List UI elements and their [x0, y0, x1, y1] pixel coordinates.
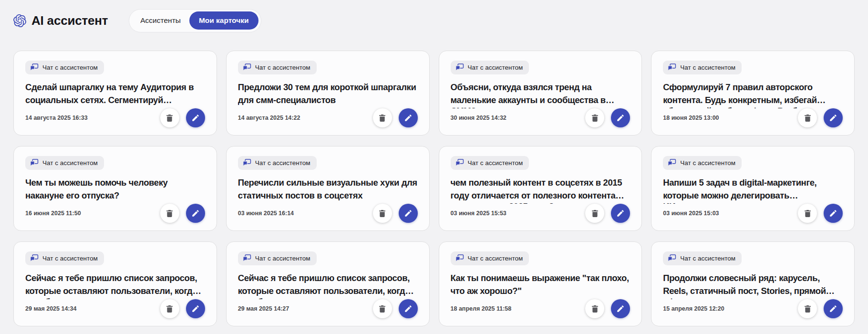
card-title-overflow: ИИ-ассистенту [663, 200, 843, 204]
card-footer: 03 июня 2025 16:14 [238, 204, 418, 223]
card-date: 03 июня 2025 15:03 [663, 210, 719, 217]
assistant-card[interactable]: Чат с ассистентом Сформулируй 7 правил а… [651, 51, 855, 136]
assistant-card[interactable]: Чат с ассистентом Сделай шпаргалку на те… [13, 51, 217, 136]
edit-button[interactable] [824, 299, 843, 318]
card-date: 14 августа 2025 16:33 [25, 115, 88, 121]
card-type-badge: Чат с ассистентом [25, 251, 104, 265]
delete-button[interactable] [585, 299, 604, 318]
delete-button[interactable] [373, 299, 392, 318]
pencil-icon [191, 209, 200, 218]
delete-button[interactable] [585, 204, 604, 223]
assistant-card[interactable]: Чат с ассистентом Объясни, откуда взялся… [439, 51, 642, 136]
delete-button[interactable] [798, 204, 817, 223]
card-title-overflow [25, 200, 205, 204]
trash-icon [165, 304, 174, 313]
card-footer: 15 апреля 2025 12:20 [663, 299, 843, 318]
card-footer: 18 июня 2025 13:00 [663, 108, 843, 127]
card-footer: 14 августа 2025 14:22 [238, 108, 418, 127]
edit-button[interactable] [611, 299, 630, 318]
delete-button[interactable] [798, 299, 817, 318]
card-badge-label: Чат с ассистентом [680, 64, 735, 71]
card-type-badge: Чат с ассистентом [663, 61, 742, 74]
assistant-card[interactable]: Чат с ассистентом Сейчас я тебе пришлю с… [226, 241, 430, 326]
card-title-overflow: от контента в 2025 году? [451, 200, 630, 204]
card-title-wrap: Сформулируй 7 правил авторского контента… [663, 81, 843, 105]
card-title-wrap: Объясни, откуда взялся тренд на маленьки… [451, 81, 630, 105]
card-title-overflow: а выбирают отель [238, 296, 418, 299]
card-title: Перечисли сильные визуальные хуки для ст… [238, 176, 418, 200]
card-badge-label: Чат с ассистентом [680, 159, 735, 167]
assistant-card[interactable]: Чат с ассистентом Предложи 30 тем для ко… [226, 51, 430, 136]
card-date: 15 апреля 2025 12:20 [663, 305, 724, 312]
assistant-card[interactable]: Чат с ассистентом Как ты понимаешь выраж… [439, 241, 642, 326]
delete-button[interactable] [160, 299, 179, 318]
card-title-overflow: а выбирают отель [25, 296, 205, 299]
edit-button[interactable] [399, 204, 418, 223]
card-title-overflow: СММ? [451, 105, 630, 108]
card-badge-label: Чат с ассистентом [468, 159, 523, 167]
card-type-badge: Чат с ассистентом [451, 156, 529, 170]
assistant-card[interactable]: Чат с ассистентом Напиши 5 задач в digit… [651, 146, 855, 231]
delete-button[interactable] [160, 108, 179, 127]
edit-button[interactable] [824, 204, 843, 223]
card-title-overflow: эфир [663, 296, 843, 299]
card-title: Сформулируй 7 правил авторского контента… [663, 81, 843, 105]
cards-grid: Чат с ассистентом Сделай шпаргалку на те… [13, 51, 855, 326]
card-footer: 03 июня 2025 15:03 [663, 204, 843, 223]
chat-bubbles-icon [667, 254, 676, 263]
card-actions [798, 299, 843, 318]
card-footer: 03 июня 2025 15:53 [451, 204, 630, 223]
card-actions [160, 108, 205, 127]
delete-button[interactable] [585, 108, 604, 127]
pencil-icon [191, 304, 200, 313]
card-title: Как ты понимаешь выражение "так плохо, ч… [451, 271, 630, 296]
pencil-icon [404, 304, 413, 313]
edit-button[interactable] [611, 108, 630, 127]
assistant-card[interactable]: Чат с ассистентом чем полезный контент в… [439, 146, 642, 231]
card-title-wrap: Напиши 5 задач в digital-маркетинге, кот… [663, 176, 843, 200]
assistant-card[interactable]: Чат с ассистентом Перечисли сильные визу… [226, 146, 430, 231]
trash-icon [590, 209, 599, 218]
assistant-card[interactable]: Чат с ассистентом Чем ты можешь помочь ч… [13, 146, 217, 231]
card-actions [160, 299, 205, 318]
card-actions [585, 108, 630, 127]
card-title-overflow: абстракций и общих фраз. Разбери [663, 105, 843, 108]
card-title-wrap: Как ты понимаешь выражение "так плохо, ч… [451, 271, 630, 296]
delete-button[interactable] [798, 108, 817, 127]
card-actions [373, 204, 418, 223]
trash-icon [378, 209, 387, 218]
delete-button[interactable] [373, 108, 392, 127]
card-badge-label: Чат с ассистентом [255, 159, 310, 167]
card-date: 03 июня 2025 15:53 [451, 210, 506, 217]
card-title: Сейчас я тебе пришлю список запросов, ко… [238, 271, 418, 296]
edit-button[interactable] [186, 204, 205, 223]
card-badge-label: Чат с ассистентом [255, 64, 310, 71]
card-title-wrap: Сделай шпаргалку на тему Аудитория в соц… [25, 81, 205, 105]
trash-icon [165, 209, 174, 218]
card-type-badge: Чат с ассистентом [238, 156, 317, 170]
tab-assistants[interactable]: Ассистенты [132, 12, 189, 29]
edit-button[interactable] [399, 299, 418, 318]
assistant-card[interactable]: Чат с ассистентом Продолжи словесный ряд… [651, 241, 855, 326]
delete-button[interactable] [373, 204, 392, 223]
edit-button[interactable] [824, 108, 843, 127]
edit-button[interactable] [399, 108, 418, 127]
card-date: 29 мая 2025 14:34 [25, 305, 76, 312]
pencil-icon [829, 114, 837, 122]
card-title-wrap: чем полезный контент в соцсетях в 2015 г… [451, 176, 630, 200]
edit-button[interactable] [186, 299, 205, 318]
edit-button[interactable] [186, 108, 205, 127]
chat-bubbles-icon [30, 254, 39, 263]
card-title-overflow [238, 200, 418, 204]
card-type-badge: Чат с ассистентом [451, 251, 529, 265]
card-title: Сделай шпаргалку на тему Аудитория в соц… [25, 81, 205, 105]
card-badge-label: Чат с ассистентом [468, 64, 523, 71]
card-date: 18 апреля 2025 11:58 [451, 305, 512, 312]
assistant-card[interactable]: Чат с ассистентом Сейчас я тебе пришлю с… [13, 241, 217, 326]
delete-button[interactable] [160, 204, 179, 223]
pencil-icon [616, 114, 625, 122]
edit-button[interactable] [611, 204, 630, 223]
card-title: Чем ты можешь помочь человеку накануне е… [25, 176, 205, 200]
tab-my-cards[interactable]: Мои карточки [189, 11, 258, 30]
card-title-wrap: Чем ты можешь помочь человеку накануне е… [25, 176, 205, 200]
